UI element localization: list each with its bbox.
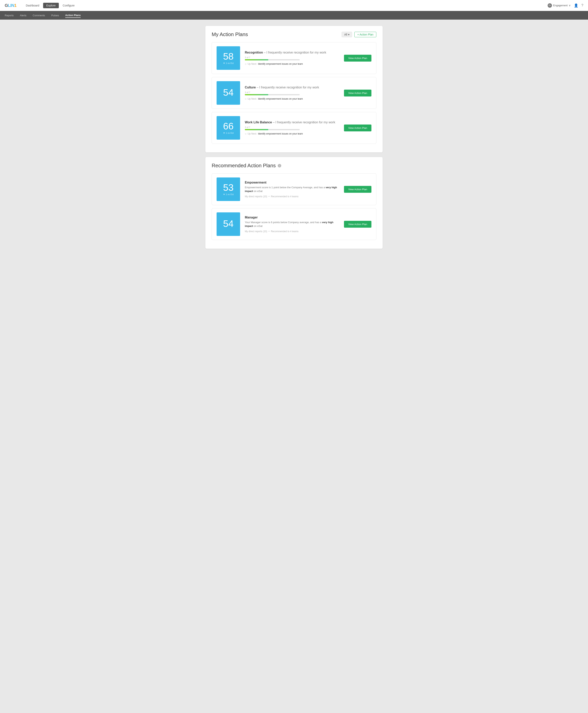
plan-title-culture: Culture – I frequently receive recogniti… <box>245 86 339 89</box>
progress-track-recognition <box>245 59 300 60</box>
progress-label-wlb: 3 of 7 <box>245 126 339 128</box>
help-icon[interactable]: ? <box>581 3 583 7</box>
score-num-manager: 54 <box>223 219 233 228</box>
rec-meta-recommended-empowerment: Recommended to 4 teams <box>271 195 298 198</box>
plan-title-recognition: Recognition – I frequently receive recog… <box>245 51 339 54</box>
filter-chevron: ▾ <box>348 33 350 36</box>
progress-container-recognition: 3 of 7 <box>245 56 339 60</box>
logo-l: L <box>8 3 10 8</box>
plan-title-wlb: Work Life Balance – I frequently receive… <box>245 121 339 124</box>
view-action-plan-empowerment[interactable]: View Action Plan <box>344 186 372 193</box>
topic-name-culture: Culture <box>245 86 256 89</box>
score-box-wlb: 66 ▼ 1 vs Oct <box>216 116 240 140</box>
rec-plan-item-empowerment: 53 ▼ 1 vs Oct Empowerment Empowerment sc… <box>212 174 376 205</box>
up-next-label: Up Next: <box>248 63 257 65</box>
score-num-culture: 54 <box>223 88 233 97</box>
user-icon[interactable]: 👤 <box>574 3 578 8</box>
rec-details-empowerment: Empowerment Empowerment score is 1 point… <box>245 181 339 198</box>
topic-name-wlb: Work Life Balance <box>245 121 272 124</box>
engagement-selector[interactable]: En Engagement ∨ <box>548 3 571 8</box>
next-task-recognition: Identify empowerment issues on your team <box>258 63 303 65</box>
logo-g: G <box>5 3 8 8</box>
logo: GLIN1 <box>5 3 17 8</box>
rec-desc-empowerment: Empowerment score is 1 point below the C… <box>245 185 339 193</box>
rec-desc-manager: Your Manager score is 6 points below Com… <box>245 220 339 228</box>
plan-details-wlb: Work Life Balance – I frequently receive… <box>245 121 339 135</box>
progress-track-culture <box>245 94 300 95</box>
rec-desc-suffix-empowerment: on eSat <box>253 190 262 192</box>
rec-desc-prefix-empowerment: Empowerment score is 1 point below the C… <box>245 186 326 189</box>
section-controls: All ▾ + Action Plan <box>342 32 376 37</box>
add-action-plan-button[interactable]: + Action Plan <box>354 32 376 37</box>
rec-meta-manager: My direct reports (10) • Recommended to … <box>245 230 339 233</box>
sub-nav: Reports Alerts Comments Pulses Action Pl… <box>0 11 588 20</box>
subnav-reports[interactable]: Reports <box>5 13 14 18</box>
rec-meta-direct-empowerment: My direct reports (10) <box>245 195 267 198</box>
progress-container-wlb: 3 of 7 <box>245 126 339 130</box>
engagement-label: Engagement <box>553 4 568 7</box>
main-content: My Action Plans All ▾ + Action Plan 58 ▼… <box>196 20 392 260</box>
logo-n: N <box>12 3 14 8</box>
up-next-culture: ○ Up Next: Identify empowerment issues o… <box>245 97 339 100</box>
score-change-empowerment: ▼ 1 vs Oct <box>223 193 234 196</box>
next-task-culture: Identify empowerment issues on your team <box>258 98 303 100</box>
top-right: En Engagement ∨ 👤 ? <box>548 3 583 8</box>
score-change-wlb: ▼ 1 vs Oct <box>223 132 234 134</box>
plan-details-recognition: Recognition – I frequently receive recog… <box>245 51 339 65</box>
rec-meta-separator-manager: • <box>269 230 269 233</box>
progress-track-wlb <box>245 129 300 130</box>
score-num-recognition: 58 <box>223 52 233 61</box>
up-next-wlb: ○ Up Next: Identify empowerment issues o… <box>245 132 339 135</box>
topic-desc-wlb: – I frequently receive recognition for m… <box>273 121 335 124</box>
score-num-wlb: 66 <box>223 122 233 131</box>
section-header: My Action Plans All ▾ + Action Plan <box>212 32 376 38</box>
up-next-label-wlb: Up Next: <box>248 133 257 135</box>
rec-meta-recommended-manager: Recommended to 4 teams <box>271 230 298 233</box>
score-change-recognition: ▼ 1 vs Oct <box>223 62 234 64</box>
score-box-empowerment: 53 ▼ 1 vs Oct <box>216 178 240 201</box>
check-circle-icon-culture: ○ <box>245 97 246 100</box>
info-icon[interactable]: i <box>278 164 281 167</box>
my-action-plans-title: My Action Plans <box>212 32 248 38</box>
progress-fill-wlb <box>245 129 268 130</box>
progress-label-culture: 3 of 7 <box>245 91 339 94</box>
rec-desc-prefix-manager: Your Manager score is 6 points below Com… <box>245 221 322 224</box>
subnav-pulses[interactable]: Pulses <box>51 13 59 18</box>
view-action-plan-recognition[interactable]: View Action Plan <box>344 55 372 62</box>
rec-topic-empowerment: Empowerment <box>245 181 339 184</box>
score-box-recognition: 58 ▼ 1 vs Oct <box>216 46 240 70</box>
subnav-comments[interactable]: Comments <box>33 13 45 18</box>
lang-badge: En <box>548 3 552 8</box>
logo-t: 1 <box>14 3 17 8</box>
score-box-manager: 54 <box>216 212 240 236</box>
nav-configure[interactable]: Configure <box>60 3 78 8</box>
plan-item-culture: 54 Culture – I frequently receive recogn… <box>212 77 376 109</box>
rec-meta-separator-empowerment: • <box>269 195 269 198</box>
rec-meta-direct-manager: My direct reports (10) <box>245 230 267 233</box>
score-box-culture: 54 <box>216 81 240 105</box>
subnav-action-plans[interactable]: Action Plans <box>65 13 81 18</box>
up-next-recognition: ○ Up Next: Identify empowerment issues o… <box>245 62 339 65</box>
nav-explore[interactable]: Explore <box>43 3 59 8</box>
rec-meta-empowerment: My direct reports (10) • Recommended to … <box>245 195 339 198</box>
plan-item-work-life-balance: 66 ▼ 1 vs Oct Work Life Balance – I freq… <box>212 112 376 144</box>
recommended-action-plans-section: Recommended Action Plans i 53 ▼ 1 vs Oct… <box>205 157 383 249</box>
topic-desc-recognition: – I frequently receive recognition for m… <box>264 51 326 54</box>
topic-desc-culture: – I frequently receive recognition for m… <box>256 86 319 89</box>
filter-label: All <box>344 33 347 36</box>
engagement-chevron: ∨ <box>569 4 571 7</box>
up-next-label-culture: Up Next: <box>248 98 257 100</box>
my-action-plans-section: My Action Plans All ▾ + Action Plan 58 ▼… <box>205 26 383 152</box>
view-action-plan-manager[interactable]: View Action Plan <box>344 221 372 228</box>
progress-fill-culture <box>245 94 268 95</box>
recommended-title-text: Recommended Action Plans <box>212 163 276 169</box>
nav-dashboard[interactable]: Dashboard <box>23 3 43 8</box>
topic-name-recognition: Recognition <box>245 51 263 54</box>
subnav-alerts[interactable]: Alerts <box>20 13 26 18</box>
view-action-plan-wlb[interactable]: View Action Plan <box>344 124 372 131</box>
view-action-plan-culture[interactable]: View Action Plan <box>344 89 372 97</box>
add-label: + Action Plan <box>357 33 373 36</box>
filter-button[interactable]: All ▾ <box>342 32 352 37</box>
main-nav: Dashboard Explore Configure <box>23 3 548 8</box>
rec-plan-item-manager: 54 Manager Your Manager score is 6 point… <box>212 208 376 240</box>
